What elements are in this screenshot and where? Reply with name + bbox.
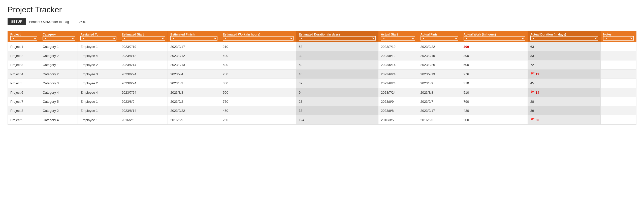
table-cell: 2023/9/17 (418, 106, 461, 115)
table-cell: 2023/8/12 (378, 51, 418, 60)
table-cell: 2023/9/2 (168, 97, 220, 106)
table-cell: 63 (528, 42, 600, 51)
table-cell: 2023/8/14 (119, 106, 168, 115)
setup-bar: SETUP Percent Over/Under to Flag (8, 18, 636, 25)
table-cell (600, 115, 636, 125)
table-row: Project 3Category 1Employee 22023/6/1420… (8, 60, 636, 70)
table-cell: 38 (296, 106, 378, 115)
table-cell: 2016/6/9 (168, 115, 220, 125)
table-cell: Employee 1 (78, 115, 119, 125)
col-est-finish: Estimated Finish ▼ (168, 31, 220, 42)
table-cell: 9 (296, 88, 378, 97)
table-cell: 250 (220, 70, 296, 79)
filter-est-duration[interactable]: ▼ (299, 36, 376, 41)
col-est-start: Estimated Start ▼ (119, 31, 168, 42)
table-row: Project 6Category 4Employee 42023/7/2420… (8, 88, 636, 97)
table-cell: 2023/8/9 (119, 97, 168, 106)
table-cell: 2023/7/19 (119, 42, 168, 51)
table-cell: Project 1 (8, 42, 40, 51)
col-assigned-to: Assigned To ▼ (78, 31, 119, 42)
table-cell: 2023/7/24 (119, 88, 168, 97)
table-cell: 2023/9/7 (418, 97, 461, 106)
table-cell: 2023/6/24 (119, 79, 168, 88)
col-actual-work-hours: Actual Work (in hours) ▼ (461, 31, 528, 42)
table-cell: Category 2 (40, 70, 78, 79)
table-row: Project 8Category 2Employee 12023/8/1420… (8, 106, 636, 115)
table-cell: 2023/9/12 (168, 51, 220, 60)
table-cell: Project 6 (8, 88, 40, 97)
table-cell: 210 (220, 42, 296, 51)
table-cell (600, 60, 636, 70)
setup-button[interactable]: SETUP (8, 18, 26, 25)
table-cell: 2023/6/14 (119, 60, 168, 70)
table-cell: 2023/7/24 (378, 88, 418, 97)
table-cell: 39 (296, 79, 378, 88)
table-cell: 2023/8/26 (418, 60, 461, 70)
table-cell: 750 (220, 97, 296, 106)
filter-category[interactable]: ▼ (43, 36, 75, 41)
table-cell: 23 (296, 97, 378, 106)
table-cell: Category 4 (40, 88, 78, 97)
filter-notes[interactable]: ▼ (603, 36, 634, 41)
table-cell: 🚩14 (528, 88, 600, 97)
filter-actual-finish[interactable]: ▼ (421, 36, 458, 41)
table-cell: 2023/9/22 (418, 42, 461, 51)
table-cell (600, 51, 636, 60)
percent-input[interactable] (72, 19, 92, 25)
table-row: Project 7Category 5Employee 12023/8/9202… (8, 97, 636, 106)
table-cell: 310 (461, 79, 528, 88)
table-cell: 28 (528, 97, 600, 106)
table-cell: Project 8 (8, 106, 40, 115)
filter-project[interactable]: ▼ (10, 36, 37, 41)
table-cell: Category 2 (40, 106, 78, 115)
table-cell: Employee 4 (78, 51, 119, 60)
table-cell: 10 (296, 70, 378, 79)
filter-actual-work-hours[interactable]: ▼ (464, 36, 525, 41)
table-cell: 39 (528, 106, 600, 115)
table-cell: Employee 3 (78, 70, 119, 79)
table-cell: 2023/8/12 (119, 51, 168, 60)
table-cell: 300 (461, 42, 528, 51)
column-header-row: Project ▼ Category ▼ Assigned To ▼ Estim… (8, 31, 636, 42)
table-cell: 200 (461, 115, 528, 125)
table-cell: 124 (296, 115, 378, 125)
table-cell: Project 2 (8, 51, 40, 60)
table-cell: 2016/5/5 (418, 115, 461, 125)
filter-assigned-to[interactable]: ▼ (80, 36, 116, 41)
table-cell: 72 (528, 60, 600, 70)
table-cell: 500 (461, 60, 528, 70)
page-title: Project Tracker (8, 5, 636, 14)
table-cell: Employee 1 (78, 42, 119, 51)
table-cell: 2023/9/15 (418, 51, 461, 60)
flag-icon: 🚩 (530, 90, 535, 94)
table-cell: Category 4 (40, 115, 78, 125)
table-cell: 2023/8/13 (168, 60, 220, 70)
filter-est-finish[interactable]: ▼ (170, 36, 217, 41)
table-body: Project 1Category 1Employee 12023/7/1920… (8, 42, 636, 125)
table-cell: Project 9 (8, 115, 40, 125)
table-row: Project 1Category 1Employee 12023/7/1920… (8, 42, 636, 51)
table-cell: 250 (220, 115, 296, 125)
table-cell: Project 3 (8, 60, 40, 70)
table-cell: Category 3 (40, 79, 78, 88)
table-cell: 450 (220, 106, 296, 115)
table-cell: 2023/6/14 (378, 60, 418, 70)
filter-actual-duration[interactable]: ▼ (530, 36, 598, 41)
table-cell: 45 (528, 79, 600, 88)
table-row: Project 9Category 4Employee 12016/2/5201… (8, 115, 636, 125)
table-cell: 2023/6/24 (378, 70, 418, 79)
table-cell (600, 88, 636, 97)
table-cell: Category 2 (40, 51, 78, 60)
col-actual-start: Actual Start ▼ (378, 31, 418, 42)
col-est-work-hours: Estimated Work (in hours) ▼ (220, 31, 296, 42)
table-row: Project 4Category 2Employee 32023/6/2420… (8, 70, 636, 79)
flag-icon: 🚩 (530, 72, 535, 76)
table-cell: Employee 4 (78, 88, 119, 97)
col-actual-finish: Actual Finish ▼ (418, 31, 461, 42)
table-cell: 2023/6/24 (119, 70, 168, 79)
filter-est-work-hours[interactable]: ▼ (223, 36, 294, 41)
filter-est-start[interactable]: ▼ (122, 36, 165, 41)
table-cell: 510 (461, 88, 528, 97)
table-cell (600, 79, 636, 88)
filter-actual-start[interactable]: ▼ (381, 36, 415, 41)
